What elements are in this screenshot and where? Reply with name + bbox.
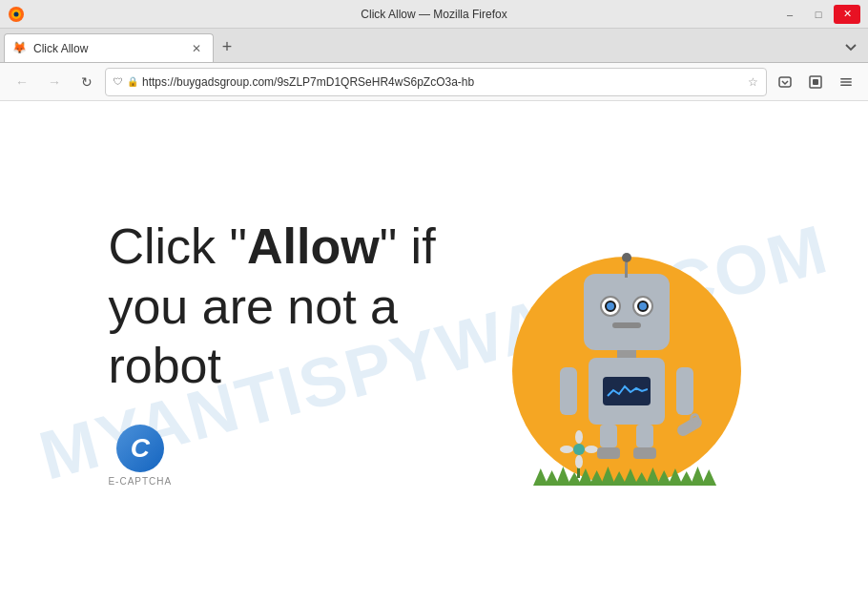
robot-left-eye (600, 296, 621, 317)
robot-illustration (493, 209, 760, 495)
firefox-logo-icon (8, 6, 25, 23)
url-text: https://buygadsgroup.com/9sZLP7mD1QRSeHR… (142, 75, 744, 89)
robot-right-arm (676, 367, 693, 415)
titlebar: Click Allow — Mozilla Firefox – □ ✕ (0, 0, 868, 29)
robot-head (584, 274, 670, 350)
titlebar-left (8, 6, 25, 23)
svg-marker-25 (701, 469, 716, 486)
svg-rect-6 (840, 78, 852, 80)
grass-decoration (533, 465, 720, 486)
robot-left-leg (597, 425, 620, 459)
ecaptcha-logo: C E-CAPTCHA (108, 425, 172, 487)
active-tab[interactable]: 🦊 Click Allow ✕ (4, 33, 214, 62)
robot-legs (597, 425, 656, 459)
tab-close-button[interactable]: ✕ (188, 40, 205, 57)
new-tab-button[interactable]: + (214, 33, 240, 60)
grass-svg (533, 465, 720, 486)
captcha-line2: you are not a (108, 277, 435, 336)
pocket-icon (777, 74, 793, 90)
nav-tools (771, 68, 860, 96)
captcha-line1: Click "Allow" if (108, 217, 435, 276)
robot-neck (617, 350, 636, 358)
captcha-message: Click "Allow" if you are not a robot (108, 217, 435, 395)
robot-arms (560, 367, 693, 415)
svg-rect-3 (779, 77, 791, 87)
puzzle-icon (808, 74, 823, 90)
address-bar[interactable]: 🛡 🔒 https://buygadsgroup.com/9sZLP7mD1QR… (105, 68, 767, 96)
ecaptcha-c-icon: C (116, 425, 164, 472)
window-title: Click Allow — Mozilla Firefox (361, 8, 506, 21)
tab-list-button[interactable] (837, 33, 864, 60)
robot-eyes (600, 296, 653, 317)
svg-marker-16 (600, 467, 615, 486)
minimize-button[interactable]: – (776, 5, 803, 24)
forward-button[interactable]: → (40, 68, 69, 96)
more-tools-button[interactable] (832, 68, 860, 96)
tab-favicon-icon: 🦊 (12, 41, 28, 56)
reload-button[interactable]: ↻ (72, 68, 101, 96)
svg-marker-12 (555, 467, 570, 486)
left-content: Click "Allow" if you are not a robot C E… (108, 217, 435, 486)
robot-mouth (612, 322, 641, 328)
page-content: MYANTISPYWARE.COM Click "Allow" if you a… (0, 101, 868, 602)
titlebar-controls: – □ ✕ (776, 5, 860, 24)
robot-body-container (584, 274, 670, 459)
svg-rect-8 (840, 84, 852, 86)
captcha-allow-bold: Allow (247, 218, 380, 274)
shield-icon: 🛡 (114, 76, 123, 87)
svg-point-2 (14, 11, 19, 16)
maximize-button[interactable]: □ (805, 5, 832, 24)
tabbar: 🦊 Click Allow ✕ + (0, 29, 868, 63)
bookmark-star-icon[interactable]: ☆ (748, 75, 758, 89)
svg-rect-7 (840, 81, 852, 83)
robot-right-leg (633, 425, 656, 459)
close-button[interactable]: ✕ (834, 5, 860, 24)
pocket-button[interactable] (771, 68, 799, 96)
hamburger-icon (838, 74, 854, 90)
robot-right-eye (632, 296, 653, 317)
svg-rect-5 (813, 79, 818, 85)
extensions-button[interactable] (801, 68, 830, 96)
captcha-line3: robot (108, 336, 435, 395)
ecaptcha-label: E-CAPTCHA (108, 476, 172, 487)
main-content: Click "Allow" if you are not a robot C E… (89, 190, 778, 514)
lock-icon: 🔒 (127, 76, 138, 87)
tab-label: Click Allow (33, 42, 182, 55)
back-button[interactable]: ← (8, 68, 36, 96)
robot-antenna (622, 253, 631, 278)
robot-left-arm (560, 367, 577, 415)
chevron-down-icon (844, 40, 858, 53)
robot-torso (589, 358, 665, 425)
navbar: ← → ↻ 🛡 🔒 https://buygadsgroup.com/9sZLP… (0, 63, 868, 101)
